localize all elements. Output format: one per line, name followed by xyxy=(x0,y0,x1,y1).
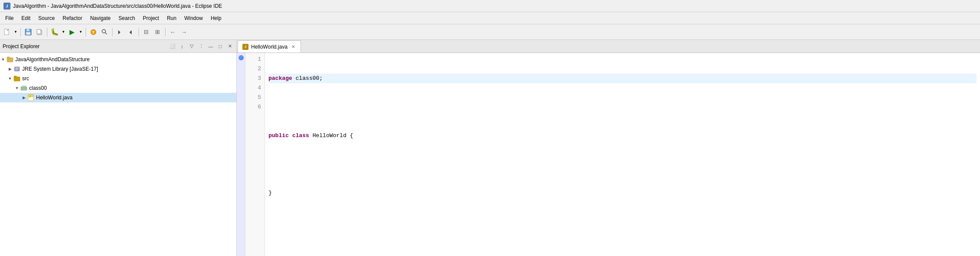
package-name: class00 xyxy=(295,75,319,82)
more-panel-button[interactable]: ⋮ xyxy=(197,43,205,50)
code-line-5: } xyxy=(268,188,977,198)
line-num-6: 6 xyxy=(245,102,261,112)
tree-item-project[interactable]: ▼ JavaAlgorithmAndDataStructure xyxy=(0,55,236,64)
save-button[interactable] xyxy=(23,27,33,37)
class00-label: class00 xyxy=(29,85,47,91)
svg-rect-14 xyxy=(14,67,20,71)
expand-button[interactable]: ⊞ xyxy=(152,27,163,37)
tree-item-jre[interactable]: ▶ JRE System Library [JavaSE-17] xyxy=(0,64,236,74)
svg-line-11 xyxy=(105,33,107,34)
helloworld-label: HelloWorld.java xyxy=(36,95,73,101)
svg-rect-4 xyxy=(26,29,30,31)
toolbar: ▼ 🐛 ▼ ▶ ▼ T ⏵ ⏴ ⊟ ⊞ ← → xyxy=(0,24,980,40)
separator-4 xyxy=(112,28,113,36)
window-title: JavaAlgorithm - JavaAlgorithmAndDataStru… xyxy=(13,3,222,9)
navigate-back-button[interactable]: ← xyxy=(168,27,178,37)
tree-item-helloworld[interactable]: ▶ J HelloWorld.java xyxy=(0,93,236,102)
menu-navigate[interactable]: Navigate xyxy=(86,14,114,23)
eclipse-icon: J xyxy=(3,3,10,10)
project-icon xyxy=(6,56,14,63)
java-file-icon: J xyxy=(27,94,35,102)
expand-arrow-project[interactable]: ▼ xyxy=(0,57,6,62)
bp-cell-1 xyxy=(237,53,245,62)
editor-tab-helloworld[interactable]: J HelloWorld.java ✕ xyxy=(238,40,301,53)
class-keyword: class xyxy=(292,132,309,139)
separator-1 xyxy=(20,28,21,36)
expand-arrow-src[interactable]: ▼ xyxy=(7,76,13,81)
bp-cell-6 xyxy=(237,101,245,110)
sync-panel-button[interactable]: ↕ xyxy=(178,43,186,50)
search-button[interactable] xyxy=(99,27,110,37)
public-keyword: public xyxy=(268,132,289,139)
svg-point-10 xyxy=(102,30,106,33)
tree-item-class00[interactable]: ▼ class00 xyxy=(0,83,236,93)
bp-cell-5 xyxy=(237,91,245,101)
separator-2 xyxy=(47,28,47,36)
menu-window[interactable]: Window xyxy=(181,14,206,23)
code-line-1: package class00; xyxy=(268,74,977,83)
new-file-button[interactable] xyxy=(2,27,12,37)
line-num-1: 1 xyxy=(245,55,261,64)
breakpoint-column xyxy=(237,53,245,256)
project-tree: ▼ JavaAlgorithmAndDataStructure ▶ xyxy=(0,53,236,256)
breakpoint-marker xyxy=(238,55,244,60)
tab-java-icon: J xyxy=(242,44,248,50)
navigate-fwd-button[interactable]: → xyxy=(179,27,189,37)
copy-button[interactable] xyxy=(34,27,45,37)
title-bar: J JavaAlgorithm - JavaAlgorithmAndDataSt… xyxy=(0,0,980,12)
menu-file[interactable]: File xyxy=(2,14,17,23)
run-button[interactable]: ▶ xyxy=(67,27,77,37)
minimize-panel-button[interactable]: ⬜ xyxy=(169,43,176,50)
svg-rect-20 xyxy=(22,86,26,87)
menu-bar: File Edit Source Refactor Navigate Searc… xyxy=(0,12,980,24)
svg-text:J: J xyxy=(29,95,30,98)
debug-dropdown-arrow[interactable]: ▼ xyxy=(61,29,66,35)
debug-button[interactable]: 🐛 xyxy=(50,27,60,37)
editor-content[interactable]: 1 2 3 4 5 6 package class00; public clas… xyxy=(237,53,980,256)
filter-panel-button[interactable]: ▽ xyxy=(188,43,195,50)
svg-rect-13 xyxy=(7,57,10,58)
expand-arrow-jre[interactable]: ▶ xyxy=(7,67,13,71)
code-line-2 xyxy=(268,102,977,112)
run-dropdown-arrow[interactable]: ▼ xyxy=(78,29,83,35)
menu-help[interactable]: Help xyxy=(207,14,225,23)
tab-label: HelloWorld.java xyxy=(251,44,288,50)
jre-icon xyxy=(13,65,21,73)
expand-arrow-class00[interactable]: ▼ xyxy=(14,86,20,90)
bp-cell-2 xyxy=(237,62,245,72)
maximize-panel-button[interactable]: □ xyxy=(216,43,224,50)
line-num-3: 3 xyxy=(245,74,261,83)
next-edit-button[interactable]: ⏵ xyxy=(115,27,125,37)
collapse-all-button[interactable]: ⊟ xyxy=(141,27,152,37)
project-explorer-panel: Project Explorer ⬜ ↕ ▽ ⋮ — □ ✕ ▼ JavaAlg… xyxy=(0,40,237,256)
prev-edit-button[interactable]: ⏴ xyxy=(126,27,136,37)
separator-3 xyxy=(86,28,86,36)
expand-arrow-hw[interactable]: ▶ xyxy=(21,95,27,100)
new-dropdown-arrow[interactable]: ▼ xyxy=(13,29,18,35)
menu-project[interactable]: Project xyxy=(139,14,162,23)
menu-edit[interactable]: Edit xyxy=(18,14,34,23)
close-panel-button[interactable]: ✕ xyxy=(226,43,234,50)
svg-text:T: T xyxy=(92,30,95,35)
collapse-panel-button[interactable]: — xyxy=(207,43,215,50)
menu-refactor[interactable]: Refactor xyxy=(59,14,86,23)
menu-search[interactable]: Search xyxy=(115,14,139,23)
svg-rect-7 xyxy=(37,30,41,34)
tree-item-src[interactable]: ▼ src xyxy=(0,74,236,83)
menu-run[interactable]: Run xyxy=(163,14,180,23)
code-editor[interactable]: package class00; public class HelloWorld… xyxy=(265,53,980,256)
tab-close-button[interactable]: ✕ xyxy=(290,44,296,50)
code-line-3: public class HelloWorld { xyxy=(268,131,977,141)
project-explorer-title: Project Explorer xyxy=(3,43,167,49)
menu-source[interactable]: Source xyxy=(35,14,58,23)
line-num-2: 2 xyxy=(245,64,261,74)
editor-tabs: J HelloWorld.java ✕ xyxy=(237,40,980,53)
svg-rect-12 xyxy=(7,58,13,62)
line-numbers: 1 2 3 4 5 6 xyxy=(245,53,265,256)
svg-rect-17 xyxy=(14,77,20,81)
code-line-6 xyxy=(268,217,977,226)
editor-area: J HelloWorld.java ✕ 1 2 3 xyxy=(237,40,980,256)
src-icon xyxy=(13,75,21,82)
open-type-button[interactable]: T xyxy=(88,27,99,37)
svg-rect-5 xyxy=(26,32,30,35)
